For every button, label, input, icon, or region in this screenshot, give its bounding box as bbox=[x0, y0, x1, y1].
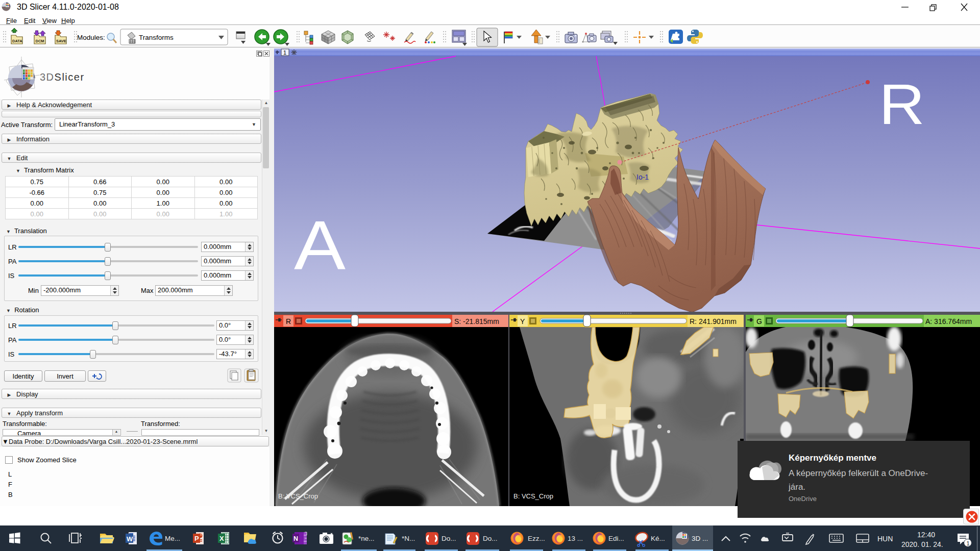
svg-text:Do...: Do... bbox=[483, 535, 498, 542]
svg-text:Ezz...: Ezz... bbox=[528, 535, 545, 542]
svg-text:N: N bbox=[293, 535, 298, 542]
svg-text:Me...: Me... bbox=[165, 535, 180, 542]
svg-text:Edi...: Edi... bbox=[608, 535, 624, 542]
svg-text:SAVE: SAVE bbox=[56, 39, 66, 43]
svg-text:1: 1 bbox=[283, 49, 286, 56]
svg-text:Do...: Do... bbox=[442, 535, 456, 542]
svg-text:B: VCS_Crop: B: VCS_Crop bbox=[278, 492, 318, 500]
svg-text:13 ...: 13 ... bbox=[568, 535, 583, 542]
svg-text:A: A bbox=[294, 206, 346, 284]
svg-text:Io-1: Io-1 bbox=[636, 173, 649, 181]
svg-text:Transforms: Transforms bbox=[139, 34, 174, 41]
svg-text:HUN: HUN bbox=[877, 535, 893, 543]
svg-text:S: -21.815mm: S: -21.815mm bbox=[454, 317, 499, 325]
svg-text:*N...: *N... bbox=[402, 535, 415, 542]
svg-text:R: 241.901mm: R: 241.901mm bbox=[690, 317, 737, 325]
svg-text:Modules:: Modules: bbox=[77, 34, 105, 41]
svg-text:DATA: DATA bbox=[12, 39, 22, 43]
svg-text:R: R bbox=[286, 317, 291, 325]
svg-text:12:40: 12:40 bbox=[917, 531, 935, 539]
svg-text:Ké...: Ké... bbox=[651, 535, 665, 542]
svg-text:1: 1 bbox=[967, 540, 970, 546]
svg-text:2020. 01. 24.: 2020. 01. 24. bbox=[901, 540, 943, 548]
svg-text:DCM: DCM bbox=[36, 39, 44, 43]
svg-text:Y: Y bbox=[520, 317, 525, 325]
svg-text:3D ...: 3D ... bbox=[692, 535, 708, 542]
svg-text:X: X bbox=[219, 535, 224, 542]
svg-text:G: G bbox=[756, 317, 762, 325]
svg-text:*ne...: *ne... bbox=[358, 535, 375, 542]
svg-text:R: R bbox=[879, 72, 925, 136]
svg-text:A: 316.764mm: A: 316.764mm bbox=[925, 317, 972, 325]
svg-text:W: W bbox=[127, 535, 133, 543]
svg-text:B: VCS_Crop: B: VCS_Crop bbox=[513, 492, 553, 500]
svg-text:P: P bbox=[194, 535, 199, 542]
